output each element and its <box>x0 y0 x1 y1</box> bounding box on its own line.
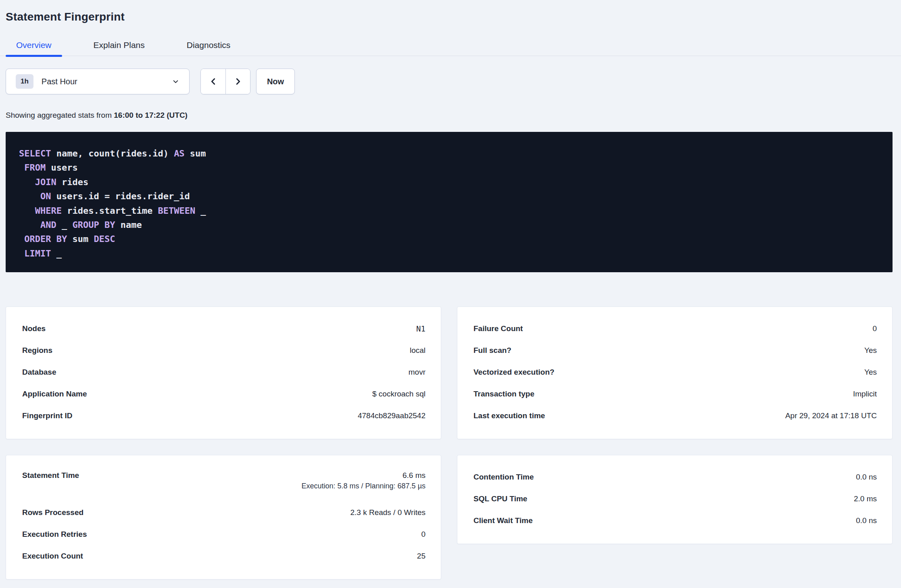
sql-cpu-time-label: SQL CPU Time <box>473 494 527 503</box>
fingerprint-id-value: 4784cb829aab2542 <box>358 411 425 420</box>
wait-time-card: Contention Time 0.0 ns SQL CPU Time 2.0 … <box>457 455 893 544</box>
contention-time-value: 0.0 ns <box>856 473 877 482</box>
chevron-down-icon <box>172 78 179 85</box>
database-value: movr <box>409 368 425 377</box>
tab-bar: Overview Explain Plans Diagnostics <box>0 40 901 56</box>
vectorized-execution-row: Vectorized execution? Yes <box>473 361 877 383</box>
sql-cpu-time-value: 2.0 ms <box>854 494 877 503</box>
regions-value: local <box>410 346 425 355</box>
sql-line: SELECT name, count(rides.id) AS sum <box>19 146 879 161</box>
application-name-label: Application Name <box>22 390 87 398</box>
tab-explain-plans[interactable]: Explain Plans <box>83 40 155 56</box>
tab-diagnostics-label: Diagnostics <box>187 40 231 50</box>
sql-line: FROM users <box>19 161 879 175</box>
nodes-label: Nodes <box>22 324 46 333</box>
time-controls: 1h Past Hour Now <box>6 69 901 94</box>
vectorized-execution-label: Vectorized execution? <box>473 368 555 377</box>
database-label: Database <box>22 368 56 377</box>
execution-count-label: Execution Count <box>22 552 83 561</box>
vectorized-execution-value: Yes <box>864 368 877 377</box>
client-wait-time-row: Client Wait Time 0.0 ns <box>473 510 877 532</box>
failure-count-row: Failure Count 0 <box>473 318 877 340</box>
last-execution-time-value: Apr 29, 2024 at 17:18 UTC <box>785 411 877 420</box>
application-name-row: Application Name $ cockroach sql <box>22 383 425 405</box>
now-button[interactable]: Now <box>256 69 295 94</box>
rows-processed-value: 2.3 k Reads / 0 Writes <box>350 508 425 517</box>
nodes-row: Nodes N1 <box>22 318 425 340</box>
execution-retries-value: 0 <box>421 530 425 539</box>
stats-caption-range: 16:00 to 17:22 (UTC) <box>114 111 188 119</box>
time-range-label: Past Hour <box>42 77 172 86</box>
rows-processed-row: Rows Processed 2.3 k Reads / 0 Writes <box>22 502 425 523</box>
fingerprint-id-row: Fingerprint ID 4784cb829aab2542 <box>22 405 425 427</box>
sql-line: ON users.id = rides.rider_id <box>19 189 879 203</box>
tab-overview-label: Overview <box>16 40 52 50</box>
sql-line: ORDER BY sum DESC <box>19 232 879 246</box>
contention-time-label: Contention Time <box>473 473 534 482</box>
statement-time-row: Statement Time 6.6 ms Execution: 5.8 ms … <box>22 466 425 502</box>
statement-time-label: Statement Time <box>22 471 79 480</box>
execution-count-row: Execution Count 25 <box>22 545 425 567</box>
contention-time-row: Contention Time 0.0 ns <box>473 466 877 488</box>
interval-badge: 1h <box>16 74 33 89</box>
sql-line: AND _ GROUP BY name <box>19 218 879 232</box>
client-wait-time-label: Client Wait Time <box>473 516 533 525</box>
chevron-right-icon <box>234 77 242 86</box>
sql-line: WHERE rides.start_time BETWEEN _ <box>19 204 879 218</box>
statement-details-card: Nodes N1 Regions local Database movr App… <box>6 307 441 439</box>
time-step-buttons <box>200 69 250 94</box>
transaction-type-row: Transaction type Implicit <box>473 383 877 405</box>
statement-time-breakdown: Execution: 5.8 ms / Planning: 687.5 µs <box>301 482 425 490</box>
prev-time-button[interactable] <box>201 69 225 94</box>
failure-count-label: Failure Count <box>473 324 523 333</box>
overview-cards-row-1: Nodes N1 Regions local Database movr App… <box>6 307 893 439</box>
execution-count-value: 25 <box>417 552 425 561</box>
sql-cpu-time-row: SQL CPU Time 2.0 ms <box>473 488 877 510</box>
chevron-left-icon <box>209 77 218 86</box>
tab-explain-plans-label: Explain Plans <box>94 40 145 50</box>
last-execution-time-row: Last execution time Apr 29, 2024 at 17:1… <box>473 405 877 427</box>
stats-caption: Showing aggregated stats from 16:00 to 1… <box>6 111 901 120</box>
full-scan-value: Yes <box>864 346 877 355</box>
client-wait-time-value: 0.0 ns <box>856 516 877 525</box>
full-scan-label: Full scan? <box>473 346 511 355</box>
failure-count-value: 0 <box>872 324 877 333</box>
sql-statement-box: SELECT name, count(rides.id) AS sum FROM… <box>6 132 893 272</box>
full-scan-row: Full scan? Yes <box>473 340 877 361</box>
fingerprint-id-label: Fingerprint ID <box>22 411 73 420</box>
sql-line: LIMIT _ <box>19 246 879 261</box>
execution-retries-label: Execution Retries <box>22 530 87 539</box>
tab-overview[interactable]: Overview <box>6 40 62 56</box>
overview-cards-row-2: Statement Time 6.6 ms Execution: 5.8 ms … <box>6 455 893 580</box>
regions-row: Regions local <box>22 340 425 361</box>
database-row: Database movr <box>22 361 425 383</box>
sql-line: JOIN rides <box>19 175 879 189</box>
rows-processed-label: Rows Processed <box>22 508 83 517</box>
time-range-dropdown[interactable]: 1h Past Hour <box>6 69 190 94</box>
statement-fingerprint-page: Statement Fingerprint Overview Explain P… <box>0 0 901 588</box>
transaction-type-value: Implicit <box>853 390 877 398</box>
statement-time-value: 6.6 ms <box>403 471 425 480</box>
next-time-button[interactable] <box>225 69 250 94</box>
nodes-link[interactable]: N1 <box>416 324 425 333</box>
execution-retries-row: Execution Retries 0 <box>22 523 425 545</box>
last-execution-time-label: Last execution time <box>473 411 545 420</box>
regions-label: Regions <box>22 346 52 355</box>
execution-attributes-card: Failure Count 0 Full scan? Yes Vectorize… <box>457 307 893 439</box>
page-title: Statement Fingerprint <box>6 10 901 23</box>
application-name-link[interactable]: $ cockroach sql <box>372 390 425 398</box>
transaction-type-label: Transaction type <box>473 390 534 398</box>
statement-timing-card: Statement Time 6.6 ms Execution: 5.8 ms … <box>6 455 441 580</box>
stats-caption-prefix: Showing aggregated stats from <box>6 111 114 119</box>
tab-diagnostics[interactable]: Diagnostics <box>176 40 241 56</box>
